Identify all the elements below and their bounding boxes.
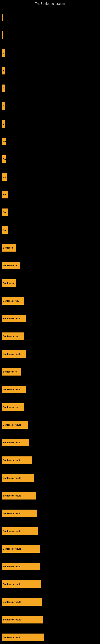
bar: Bottleneck resu	[2, 403, 24, 411]
bar	[2, 14, 3, 21]
bar-row: Bottleneck result	[2, 487, 100, 504]
bar: Bottleneck re	[2, 262, 20, 269]
bar-row: Bot	[2, 204, 100, 221]
bar: Bottleneck result	[2, 598, 42, 606]
bar-label: Bo	[3, 158, 6, 160]
bar-row: Bo	[2, 132, 100, 150]
bar: Bottleneck result	[2, 492, 36, 500]
bar-row: Bott	[2, 186, 100, 204]
bar-label: Bott	[3, 229, 7, 231]
bar: Bottlenec	[2, 244, 16, 252]
bar: B	[2, 49, 5, 57]
bar-row: B	[2, 44, 100, 62]
bar-row: Bottleneck	[2, 274, 100, 292]
bar-row: Bottleneck result	[2, 452, 100, 469]
bar: Bottleneck result	[2, 580, 41, 588]
bar-label: Bottleneck result	[3, 636, 21, 638]
bar: Bottleneck result	[2, 386, 26, 393]
bar-row: Bottleneck result	[2, 522, 100, 540]
bar-row	[2, 9, 100, 26]
bar-row: Bottleneck result	[2, 345, 100, 363]
bar: Bottleneck result	[2, 315, 26, 322]
bar: Bottleneck result	[2, 563, 40, 570]
bar-row: B	[2, 62, 100, 80]
bar-row: B	[2, 80, 100, 97]
bar-row: Bottleneck result	[2, 310, 100, 328]
bar-label: Bottleneck resu	[3, 300, 19, 302]
bar: B	[2, 84, 5, 92]
bar: Bottleneck result	[2, 545, 40, 553]
bar: B	[2, 67, 5, 74]
bar-label: Bott	[3, 194, 7, 196]
bar: Bottleneck result	[2, 474, 34, 482]
bar-label: B	[3, 105, 4, 107]
bar-row: Bo	[2, 168, 100, 186]
bar-label: Bottleneck result	[3, 353, 21, 355]
bar-label: Bottleneck result	[3, 459, 21, 462]
bar-row	[2, 26, 100, 44]
bar-label: Bottleneck result	[3, 317, 21, 320]
bar-row: Bottleneck result	[2, 558, 100, 575]
bar-label: Bottleneck result	[3, 477, 21, 479]
bar-label: Bottleneck resu	[3, 335, 19, 338]
bar-label: B	[3, 52, 4, 54]
bar-label: Bottleneck re	[3, 370, 17, 373]
bar-row: Bottleneck result	[2, 504, 100, 522]
bar: B	[2, 120, 5, 128]
bar: Bottleneck re	[2, 368, 21, 376]
bar-label: Bottleneck re	[3, 264, 17, 267]
bar-row: Bottleneck result	[2, 416, 100, 434]
bar: Bottleneck	[2, 279, 16, 287]
bar-row: Bottleneck result	[2, 628, 100, 644]
bar-row: Bottleneck result	[2, 611, 100, 628]
bar-row: Bottleneck result	[2, 380, 100, 398]
bar-label: Bo	[3, 140, 6, 143]
bar: Bottleneck result	[2, 350, 26, 358]
bar-row: Bottleneck resu	[2, 292, 100, 310]
bar-label: Bottleneck result	[3, 601, 21, 603]
bar: Bo	[2, 138, 6, 145]
bar: Bottleneck result	[2, 527, 38, 535]
bar: Bott	[2, 191, 8, 198]
bar-row: Bottlenec	[2, 239, 100, 256]
bar-label: Bottleneck result	[3, 618, 21, 621]
bar-row: B	[2, 97, 100, 115]
bar-label: Bottleneck	[3, 282, 14, 284]
bar-row: Bottleneck result	[2, 469, 100, 487]
bar: Bo	[2, 173, 7, 181]
site-title: TheBottlenecker.com	[0, 0, 100, 7]
bar-label: B	[3, 122, 4, 125]
bar-row: Bottleneck re	[2, 363, 100, 380]
bar: Bottleneck resu	[2, 332, 24, 340]
bar: Bott	[2, 226, 8, 234]
bar-row: Bottleneck result	[2, 540, 100, 558]
bar-label: Bottleneck result	[3, 388, 21, 391]
bar	[2, 32, 3, 39]
bar-row: B	[2, 115, 100, 132]
bar: Bot	[2, 208, 8, 216]
bar: Bottleneck result	[2, 510, 37, 517]
bar-label: Bottleneck result	[3, 583, 21, 586]
bar-label: Bottlenec	[3, 246, 13, 249]
bar-label: Bottleneck result	[3, 548, 21, 550]
bar-row: Bo	[2, 150, 100, 168]
bar-label: Bottleneck resu	[3, 406, 19, 408]
bar-label: B	[3, 87, 4, 90]
bar-row: Bott	[2, 221, 100, 239]
bar-label: Bot	[3, 211, 6, 214]
bar-label: Bottleneck result	[3, 530, 21, 532]
bar-label: Bottleneck result	[3, 494, 21, 497]
bar-label: Bottleneck result	[3, 441, 21, 444]
bar-row: Bottleneck resu	[2, 328, 100, 345]
bar: Bottleneck result	[2, 439, 29, 446]
bar: B	[2, 102, 5, 110]
bar-row: Bottleneck result	[2, 593, 100, 611]
bar: Bo	[2, 155, 6, 163]
bar-row: Bottleneck result	[2, 575, 100, 593]
bar-row: Bottleneck re	[2, 256, 100, 274]
bar: Bottleneck result	[2, 616, 43, 624]
bar-row: Bottleneck resu	[2, 398, 100, 416]
bars-container: BBBBBBoBoBoBottBotBottBottlenecBottlenec…	[0, 7, 100, 644]
bar-label: Bottleneck result	[3, 424, 21, 426]
bar: Bottleneck resu	[2, 297, 24, 305]
